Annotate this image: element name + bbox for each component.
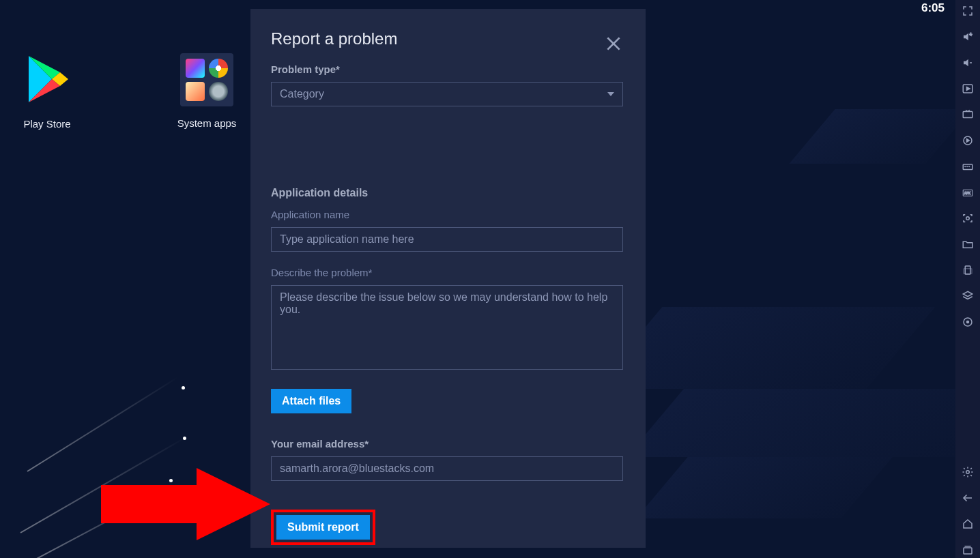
playstore-label: Play Store (10, 118, 85, 130)
background-streak (27, 377, 178, 471)
background-dot (182, 386, 185, 390)
svg-point-30 (966, 471, 970, 474)
svg-marker-27 (963, 291, 972, 297)
red-arrow-annotation (101, 468, 272, 540)
chevron-down-icon (607, 92, 614, 96)
svg-point-19 (965, 166, 966, 167)
folder-icon[interactable] (960, 236, 976, 252)
camera-icon (186, 82, 205, 101)
svg-point-21 (969, 166, 970, 167)
svg-point-29 (967, 321, 969, 323)
problem-type-label: Problem type* (271, 63, 625, 75)
submit-highlight-annotation: Submit report (271, 510, 375, 545)
settings-icon (209, 82, 228, 101)
svg-rect-32 (964, 548, 972, 554)
svg-marker-9 (964, 59, 968, 67)
svg-point-24 (966, 217, 970, 220)
svg-marker-6 (101, 468, 270, 540)
svg-text:+: + (969, 31, 972, 38)
email-label: Your email address* (271, 438, 625, 450)
app-details-heading: Application details (271, 187, 625, 199)
rotate-icon[interactable] (960, 262, 976, 278)
desktop-icon-playstore[interactable]: Play Store (10, 53, 85, 130)
apk-icon[interactable]: APK (960, 184, 976, 201)
media-icon (186, 59, 205, 78)
volume-down-icon[interactable] (960, 55, 976, 71)
category-select[interactable]: Category (271, 82, 623, 106)
submit-report-button[interactable]: Submit report (276, 515, 370, 540)
playstore-icon (23, 96, 71, 107)
svg-point-20 (967, 166, 968, 167)
svg-rect-13 (963, 112, 972, 118)
background-dot (183, 437, 186, 440)
background-shape (626, 389, 980, 457)
home-icon[interactable] (960, 516, 976, 532)
chrome-icon (209, 59, 228, 78)
category-select-value: Category (280, 88, 324, 100)
attach-files-button[interactable]: Attach files (271, 389, 351, 413)
keyboard-icon[interactable] (960, 158, 976, 175)
email-input[interactable] (271, 456, 623, 481)
record-icon[interactable] (960, 132, 976, 149)
svg-marker-17 (967, 139, 970, 143)
screenshot-icon[interactable] (960, 210, 976, 226)
clock-time: 6:05 (921, 1, 945, 15)
side-toolbar: + APK (955, 0, 980, 558)
layers-icon[interactable] (960, 288, 976, 304)
report-problem-modal: Report a problem Problem type* Category … (250, 9, 646, 548)
volume-up-icon[interactable]: + (960, 29, 976, 45)
svg-marker-7 (964, 33, 968, 41)
gear-icon[interactable] (960, 464, 976, 480)
folder-icon (180, 53, 233, 106)
describe-label: Describe the problem* (271, 267, 625, 278)
describe-textarea[interactable] (271, 285, 623, 370)
desktop-icon-systemapps[interactable]: System apps (169, 53, 244, 129)
sysapps-label: System apps (169, 117, 244, 129)
modal-title: Report a problem (271, 29, 625, 48)
svg-text:APK: APK (964, 191, 971, 195)
recent-icon[interactable] (960, 542, 976, 558)
play-icon[interactable] (960, 80, 976, 97)
background-shape (636, 457, 893, 518)
back-icon[interactable] (960, 490, 976, 506)
fullscreen-icon[interactable] (960, 3, 976, 19)
close-button[interactable] (605, 35, 625, 55)
svg-marker-12 (967, 87, 970, 91)
location-icon[interactable] (960, 314, 976, 330)
svg-rect-25 (965, 266, 970, 274)
background-shape (789, 109, 971, 164)
app-name-input[interactable] (271, 227, 623, 252)
app-name-label: Application name (271, 209, 625, 220)
tv-icon[interactable] (960, 106, 976, 123)
